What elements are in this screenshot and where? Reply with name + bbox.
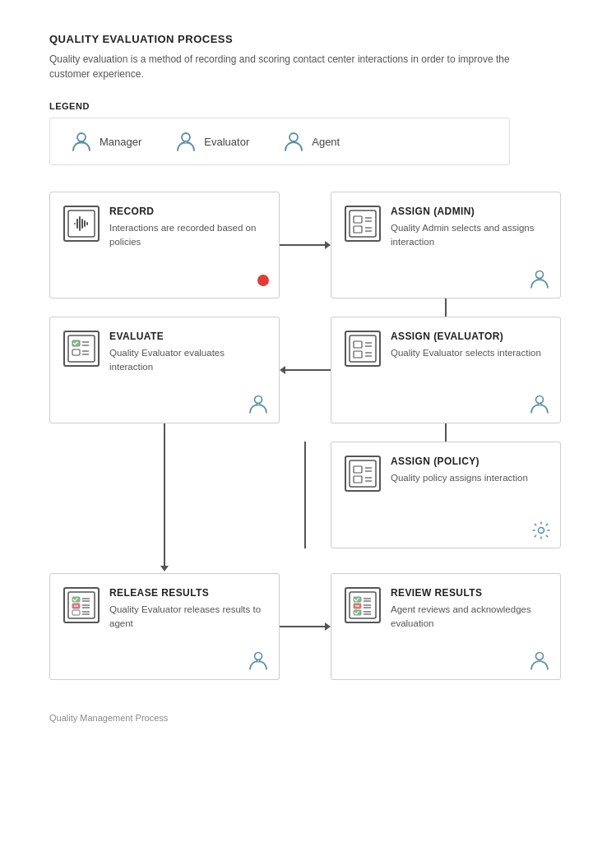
svg-rect-1: [78, 141, 85, 144]
v-line-left-mid: [49, 423, 280, 442]
record-title: RECORD: [109, 206, 266, 217]
record-badge: [257, 275, 269, 289]
evaluator-legend-label: Evaluator: [204, 136, 249, 148]
svg-point-5: [289, 133, 298, 141]
assign-admin-desc: Quality Admin selects and assigns intera…: [391, 221, 547, 250]
row-3-4-spacer: [49, 548, 567, 571]
legend-section: LEGEND Manager Evaluator: [49, 101, 567, 165]
legend-label: LEGEND: [49, 101, 567, 111]
arrow-release-to-review: [280, 622, 331, 631]
flow-diagram: RECORD Interactions are recorded based o…: [49, 192, 567, 680]
assign-evaluator-card: ASSIGN (EVALUATOR) Quality Evaluator sel…: [331, 317, 561, 423]
review-results-badge: [529, 650, 550, 671]
page-subtitle: Quality evaluation is a method of record…: [49, 52, 510, 81]
left-v-line-bottom: [164, 548, 165, 566]
v-line-right-to-policy: [304, 442, 306, 548]
assign-evaluator-desc: Quality Evaluator selects interaction: [391, 346, 547, 360]
review-results-card-col: REVIEW RESULTS Agent reviews and acknowl…: [331, 573, 561, 680]
row-1-2-spacer: [49, 298, 567, 317]
release-results-card-col: RELEASE RESULTS Quality Evaluator releas…: [49, 573, 280, 680]
svg-rect-36: [354, 351, 362, 358]
svg-point-75: [536, 653, 544, 660]
legend-manager: Manager: [70, 130, 141, 153]
row-4: RELEASE RESULTS Quality Evaluator releas…: [49, 573, 567, 680]
svg-rect-58: [72, 610, 80, 615]
record-desc: Interactions are recorded based on polic…: [109, 221, 266, 250]
left-v-line-pass: [164, 442, 165, 548]
assign-admin-title: ASSIGN (ADMIN): [391, 206, 547, 217]
record-card: RECORD Interactions are recorded based o…: [49, 192, 280, 298]
assign-evaluator-icon: [345, 331, 381, 367]
review-results-desc: Agent reviews and acknowledges evaluatio…: [391, 603, 547, 632]
v-arrow-down-left: [49, 548, 280, 571]
release-results-badge: [248, 650, 269, 671]
legend-evaluator: Evaluator: [174, 130, 249, 153]
v-line-left-top: [49, 298, 280, 317]
v-line-right-top: [331, 298, 561, 317]
svg-rect-21: [536, 279, 543, 281]
svg-point-2: [182, 133, 190, 141]
review-results-icon: [345, 587, 381, 623]
left-v-line-mid: [164, 423, 165, 442]
review-results-title: REVIEW RESULTS: [391, 587, 547, 599]
evaluator-badge-icon: [248, 650, 269, 671]
assign-policy-desc: Quality policy assigns interaction: [391, 471, 547, 485]
assign-policy-title: ASSIGN (POLICY): [391, 456, 547, 467]
right-v-line-3: [304, 442, 306, 548]
svg-point-39: [536, 396, 544, 404]
assign-policy-badge: [532, 521, 550, 539]
assign-policy-card-col: ASSIGN (POLICY) Quality policy assigns i…: [331, 442, 561, 548]
svg-rect-14: [354, 216, 362, 223]
evaluate-icon: [63, 331, 100, 367]
right-arrow-1: [280, 241, 331, 249]
assign-evaluator-badge: [529, 393, 550, 414]
evaluator-icon-1: [248, 393, 269, 414]
record-card-col: RECORD Interactions are recorded based o…: [49, 192, 280, 298]
arrow-evaluate-from-assign-evaluator: [280, 366, 331, 374]
svg-point-20: [536, 271, 544, 279]
svg-rect-42: [350, 460, 376, 487]
agent-legend-label: Agent: [312, 136, 340, 148]
record-dot-icon: [257, 275, 269, 286]
evaluator-icon-2: [529, 393, 550, 414]
assign-admin-card: ASSIGN (ADMIN) Quality Admin selects and…: [331, 192, 561, 298]
assign-evaluator-card-col: ASSIGN (EVALUATOR) Quality Evaluator sel…: [331, 317, 561, 423]
release-results-desc: Quality Evaluator releases results to ag…: [109, 603, 266, 632]
mid-col-3: [280, 442, 331, 548]
release-results-icon: [63, 587, 100, 623]
review-results-card: REVIEW RESULTS Agent reviews and acknowl…: [331, 573, 561, 680]
agent-legend-icon: [282, 130, 305, 153]
v-pass-left: [49, 442, 280, 548]
evaluate-desc: Quality Evaluator evaluates interaction: [109, 346, 266, 375]
assign-admin-icon: [345, 206, 381, 242]
right-v-line-2: [445, 423, 447, 442]
gear-icon: [532, 521, 550, 539]
svg-rect-17: [354, 226, 362, 233]
arrow-record-to-assign-admin: [280, 241, 331, 249]
legend-box: Manager Evaluator Agent: [49, 118, 510, 165]
svg-rect-32: [350, 335, 376, 362]
svg-point-29: [255, 396, 262, 404]
empty-left-col: [49, 442, 280, 548]
svg-point-0: [77, 133, 86, 141]
evaluate-card-col: EVALUATE Quality Evaluator evaluates int…: [49, 317, 280, 423]
footer-text: Quality Management Process: [49, 713, 168, 723]
legend-agent: Agent: [282, 130, 340, 153]
right-arrow-4: [280, 622, 331, 631]
assign-evaluator-title: ASSIGN (EVALUATOR): [391, 331, 547, 342]
svg-rect-22: [68, 335, 95, 362]
assign-admin-badge: [529, 268, 550, 289]
svg-rect-33: [354, 341, 362, 348]
evaluate-badge: [248, 393, 269, 414]
v-line-right-mid: [331, 423, 561, 442]
footer: Quality Management Process: [49, 713, 567, 723]
svg-rect-26: [72, 349, 80, 355]
assign-admin-card-col: ASSIGN (ADMIN) Quality Admin selects and…: [331, 192, 561, 298]
row-3: ASSIGN (POLICY) Quality policy assigns i…: [49, 442, 567, 548]
page-header: QUALITY EVALUATION PROCESS Quality evalu…: [49, 33, 567, 81]
release-results-title: RELEASE RESULTS: [109, 587, 266, 599]
agent-badge-icon: [529, 650, 550, 671]
svg-rect-13: [350, 210, 376, 237]
evaluate-card: EVALUATE Quality Evaluator evaluates int…: [49, 317, 280, 423]
right-v-line-1: [445, 298, 447, 317]
